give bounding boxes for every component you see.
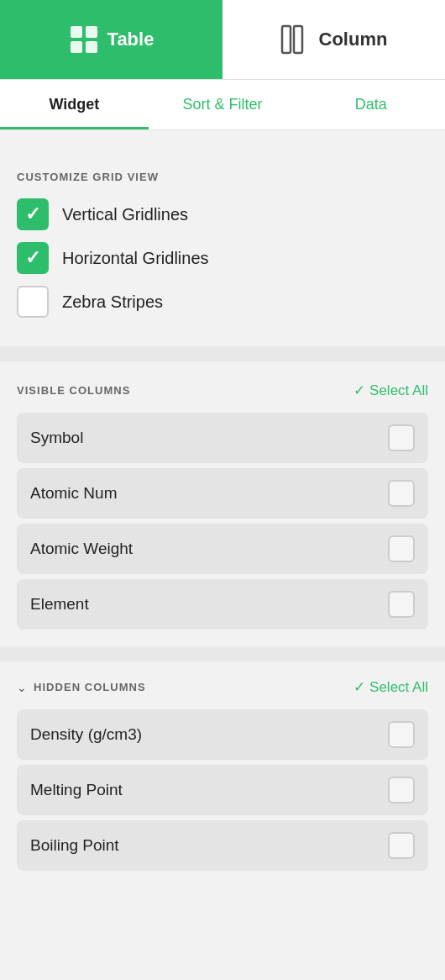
column-density-checkbox[interactable]: [388, 721, 415, 748]
checkmark-icon: ✓: [25, 249, 40, 267]
zebra-stripes-checkbox[interactable]: [17, 286, 49, 318]
spacer-top: [0, 130, 445, 147]
vertical-gridlines-label: Vertical Gridlines: [62, 205, 188, 224]
tab-sort-filter[interactable]: Sort & Filter: [149, 80, 297, 129]
nav-table[interactable]: Table: [0, 0, 222, 79]
column-boiling-point-label: Boiling Point: [30, 836, 119, 855]
column-icon: [280, 24, 311, 55]
zebra-stripes-label: Zebra Stripes: [62, 292, 163, 312]
column-density-label: Density (g/cm3): [30, 725, 142, 744]
svg-rect-3: [86, 41, 97, 53]
hidden-select-all-label: ✓ Select All: [353, 678, 428, 696]
section-divider-2: [0, 646, 445, 661]
column-row-atomic-weight[interactable]: Atomic Weight: [17, 524, 428, 574]
hidden-columns-label: HIDDEN COLUMNS: [34, 681, 146, 693]
chevron-down-icon: ⌄: [17, 681, 27, 694]
hidden-columns-section: ⌄ HIDDEN COLUMNS ✓ Select All Density (g…: [0, 661, 445, 896]
column-atomic-num-label: Atomic Num: [30, 484, 117, 503]
visible-column-list: Symbol Atomic Num Atomic Weight Element: [17, 413, 428, 630]
column-row-boiling-point[interactable]: Boiling Point: [17, 820, 428, 871]
column-element-checkbox[interactable]: [388, 591, 415, 618]
column-symbol-label: Symbol: [30, 429, 83, 447]
zebra-stripes-row: Zebra Stripes: [17, 286, 428, 318]
tabs: Widget Sort & Filter Data: [0, 80, 445, 130]
grid-view-section: CUSTOMIZE GRID VIEW ✓ Vertical Gridlines…: [0, 147, 445, 346]
visible-columns-section: VISIBLE COLUMNS ✓ Select All Symbol Atom…: [0, 361, 445, 646]
tab-data-label: Data: [355, 96, 387, 113]
column-melting-point-checkbox[interactable]: [388, 777, 415, 803]
column-atomic-weight-checkbox[interactable]: [388, 535, 415, 562]
horizontal-gridlines-row: ✓ Horizontal Gridlines: [17, 242, 428, 274]
column-atomic-num-checkbox[interactable]: [388, 480, 415, 507]
tab-widget[interactable]: Widget: [0, 80, 149, 129]
column-melting-point-label: Melting Point: [30, 781, 123, 799]
tab-data[interactable]: Data: [296, 80, 445, 129]
hidden-columns-header-left: ⌄ HIDDEN COLUMNS: [17, 681, 146, 694]
hidden-columns-header: ⌄ HIDDEN COLUMNS ✓ Select All: [17, 678, 428, 696]
svg-rect-4: [282, 26, 291, 53]
checkmark-icon: ✓: [25, 205, 40, 224]
grid-view-label: CUSTOMIZE GRID VIEW: [17, 171, 428, 183]
hidden-columns-select-all[interactable]: ✓ Select All: [353, 678, 428, 696]
nav-table-label: Table: [107, 29, 154, 50]
vertical-gridlines-row: ✓ Vertical Gridlines: [17, 198, 428, 230]
visible-columns-select-all[interactable]: ✓ Select All: [353, 382, 428, 399]
tab-widget-label: Widget: [49, 96, 99, 113]
visible-columns-header: VISIBLE COLUMNS ✓ Select All: [17, 382, 428, 399]
column-row-atomic-num[interactable]: Atomic Num: [17, 468, 428, 519]
svg-rect-1: [86, 26, 97, 38]
column-row-element[interactable]: Element: [17, 579, 428, 630]
hidden-column-list: Density (g/cm3) Melting Point Boiling Po…: [17, 709, 428, 871]
nav-column[interactable]: Column: [222, 0, 445, 79]
column-row-density[interactable]: Density (g/cm3): [17, 709, 428, 760]
horizontal-gridlines-label: Horizontal Gridlines: [62, 249, 209, 268]
visible-columns-label: VISIBLE COLUMNS: [17, 384, 131, 397]
svg-rect-0: [71, 26, 82, 38]
horizontal-gridlines-checkbox[interactable]: ✓: [17, 242, 49, 274]
tab-sort-filter-label: Sort & Filter: [182, 96, 262, 113]
column-atomic-weight-label: Atomic Weight: [30, 540, 133, 558]
column-row-symbol[interactable]: Symbol: [17, 413, 428, 463]
section-divider-1: [0, 346, 445, 361]
nav-column-label: Column: [319, 29, 388, 50]
svg-rect-2: [71, 41, 82, 53]
column-symbol-checkbox[interactable]: [388, 424, 415, 451]
column-row-melting-point[interactable]: Melting Point: [17, 765, 428, 815]
visible-columns-header-left: VISIBLE COLUMNS: [17, 384, 131, 397]
table-icon: [69, 24, 99, 55]
svg-rect-5: [294, 26, 302, 53]
column-boiling-point-checkbox[interactable]: [388, 832, 415, 859]
column-element-label: Element: [30, 595, 89, 614]
vertical-gridlines-checkbox[interactable]: ✓: [17, 198, 49, 230]
top-nav: Table Column: [0, 0, 445, 80]
visible-select-all-label: ✓ Select All: [353, 382, 428, 399]
